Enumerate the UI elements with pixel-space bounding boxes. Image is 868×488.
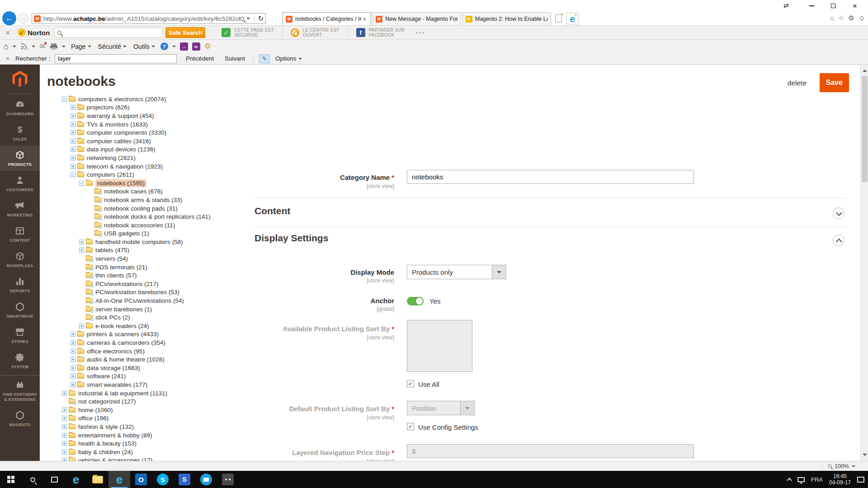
tree-node[interactable]: + fashion & style (132) <box>61 422 260 431</box>
sidebar-item[interactable]: SMARTWAVE <box>0 297 40 323</box>
tree-node[interactable]: + entertainment & hobby (89) <box>61 431 260 440</box>
language-indicator[interactable]: FRA <box>811 476 823 483</box>
find-previous-button[interactable]: Précédent <box>184 55 216 62</box>
default-sort-use-config-checkbox[interactable] <box>407 423 414 430</box>
taskbar-app-button[interactable] <box>217 471 239 488</box>
tree-expander-icon[interactable]: + <box>71 340 75 345</box>
category-name-input[interactable] <box>407 170 694 184</box>
task-view-button[interactable] <box>43 471 65 488</box>
display-settings-collapse-chevron-icon[interactable] <box>833 235 844 246</box>
tree-node[interactable]: + industrial & lab equipment (1131) <box>61 389 260 398</box>
content-collapse-chevron-icon[interactable] <box>833 207 844 219</box>
norton-search-input[interactable] <box>64 29 160 36</box>
tools-menu[interactable]: Outils <box>132 43 156 50</box>
norton-overflow-icon[interactable] <box>416 32 424 33</box>
tree-node[interactable]: server barebones (1) <box>61 305 260 314</box>
tree-node[interactable]: + e-book readers (24) <box>61 322 260 330</box>
page-menu[interactable]: Page <box>70 43 93 50</box>
tree-node[interactable]: servers (54) <box>61 254 260 263</box>
rss-feed-icon[interactable] <box>20 43 28 50</box>
sidebar-item[interactable]: DASHBOARD <box>0 95 40 120</box>
feed-caret-icon[interactable] <box>32 46 35 49</box>
tree-node[interactable]: notebook accessories (11) <box>61 221 260 230</box>
help-caret-icon[interactable] <box>172 46 176 49</box>
tree-node[interactable]: stick PCs (2) <box>61 313 260 322</box>
sidebar-item[interactable]: $ SALES <box>0 120 40 145</box>
home-caret-icon[interactable] <box>13 46 16 49</box>
tree-expander-icon[interactable]: + <box>62 408 67 413</box>
tree-expander-icon[interactable]: + <box>71 122 75 127</box>
scroll-down-icon[interactable] <box>863 454 867 458</box>
address-bar[interactable]: M http://www.achatpc.be/admin_A1015/cata… <box>32 13 266 24</box>
tree-expander-icon[interactable]: − <box>62 97 67 102</box>
window-minimize-button[interactable] <box>801 0 822 12</box>
tree-node[interactable]: + computer components (3330) <box>61 128 260 137</box>
price-step-input[interactable] <box>407 444 694 458</box>
tree-node[interactable]: + warranty & support (454) <box>61 112 260 120</box>
taskbar-app-button[interactable] <box>87 471 108 488</box>
tree-expander-icon[interactable]: + <box>71 113 75 118</box>
delete-button[interactable]: delete <box>788 79 807 87</box>
tree-expander-icon[interactable]: + <box>62 424 67 429</box>
select-dropdown-icon[interactable] <box>492 265 506 279</box>
tree-node[interactable]: + printers & scanners (4433) <box>61 330 260 339</box>
tree-node[interactable]: + audio & home theatre (1028) <box>61 355 260 364</box>
use-all-checkbox[interactable] <box>407 380 414 387</box>
norton-badge[interactable]: LE CENTRE EST OUVERT <box>282 28 340 38</box>
tree-node[interactable]: + smart wearables (177) <box>61 380 260 389</box>
tree-expander-icon[interactable]: + <box>71 382 75 387</box>
sidebar-item[interactable]: PRODUCTS <box>0 145 40 171</box>
find-close-icon[interactable]: ✕ <box>5 56 10 62</box>
find-input[interactable] <box>55 54 177 63</box>
tree-expander-icon[interactable]: + <box>79 239 84 244</box>
favorites-star-icon[interactable]: ☆ <box>838 14 844 22</box>
tree-node[interactable]: + vehicles & accessories (17) <box>61 456 260 461</box>
mail-icon[interactable]: ✉ <box>39 42 45 51</box>
tree-node[interactable]: PC/workstation barebones (53) <box>61 288 260 297</box>
tree-node[interactable]: + data input devices (1236) <box>61 145 260 154</box>
tree-node[interactable]: + office (196) <box>61 414 260 423</box>
url-text[interactable]: http://www.achatpc.be/admin_A1015/catalo… <box>43 15 240 22</box>
tree-node[interactable]: − computers & electronics (20074) <box>61 95 260 103</box>
norton-vault-icon[interactable]: ∞ <box>192 42 200 51</box>
notification-center-icon[interactable] <box>857 477 864 483</box>
tree-node[interactable]: + software (241) <box>61 372 260 381</box>
find-next-button[interactable]: Suivant <box>223 55 247 62</box>
tree-expander-icon[interactable]: + <box>71 105 75 110</box>
tree-node[interactable]: POS terminals (21) <box>61 263 260 272</box>
taskbar-app-button[interactable] <box>195 471 217 488</box>
tree-expander-icon[interactable]: + <box>62 433 67 438</box>
norton-close-icon[interactable]: ✕ <box>5 29 10 36</box>
tree-node[interactable]: USB gadgets (1) <box>61 230 260 238</box>
tree-node[interactable]: + TVs & monitors (1633) <box>61 120 260 129</box>
tree-node[interactable]: + networking (2821) <box>61 154 260 162</box>
taskbar-search-button[interactable] <box>22 471 43 488</box>
tree-node[interactable]: notebook cases (676) <box>61 188 260 196</box>
print-icon[interactable] <box>50 43 58 50</box>
home-icon[interactable]: ⌂ <box>830 14 834 22</box>
tree-node[interactable]: PCs/workstations (217) <box>61 280 260 288</box>
tree-node[interactable]: thin clients (57) <box>61 271 260 280</box>
tree-expander-icon[interactable]: + <box>79 324 84 328</box>
tree-node[interactable]: + computer cables (3416) <box>61 137 260 145</box>
sidebar-item[interactable]: REPORTS <box>0 272 40 297</box>
vertical-scrollbar[interactable] <box>860 65 868 461</box>
tree-expander-icon[interactable]: + <box>62 391 67 396</box>
display-mode-select[interactable]: Products only <box>407 265 506 279</box>
tree-node[interactable]: not categorized (127) <box>61 397 260 406</box>
tree-node[interactable]: + baby & children (24) <box>61 448 260 456</box>
open-with-edge-button[interactable]: e✦ <box>566 13 579 24</box>
taskbar-clock[interactable]: 16:45 04-09-17 <box>829 473 851 486</box>
start-button[interactable] <box>0 471 22 488</box>
save-button[interactable]: Save <box>820 73 849 92</box>
tree-expander-icon[interactable]: + <box>79 248 84 253</box>
security-menu[interactable]: Sécurité <box>97 43 128 50</box>
tree-node[interactable]: notebook docks & port replicators (141) <box>61 212 260 221</box>
taskbar-app-button[interactable] <box>174 471 195 488</box>
tree-node[interactable]: + health & beauty (153) <box>61 439 260 448</box>
settings-gear-icon[interactable]: ⚙ <box>848 14 854 22</box>
back-button[interactable]: ← <box>2 11 16 25</box>
find-options-button[interactable]: Options <box>275 55 302 62</box>
tree-node[interactable]: notebook cooling pads (31) <box>61 204 260 213</box>
tree-expander-icon[interactable]: + <box>71 332 75 337</box>
